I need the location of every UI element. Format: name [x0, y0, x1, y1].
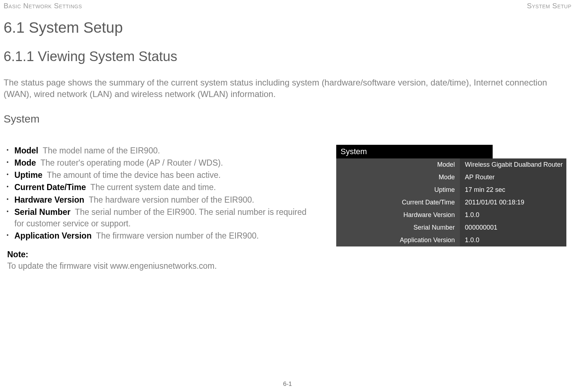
- table-row: Application Version 1.0.0: [336, 234, 566, 246]
- list-item: Application Version The firmware version…: [4, 230, 318, 241]
- note-text: To update the firmware visit www.engeniu…: [7, 260, 318, 272]
- row-value: Wireless Gigabit Dualband Router: [460, 158, 566, 171]
- intro-paragraph: The status page shows the summary of the…: [4, 77, 571, 100]
- row-value: 2011/01/01 00:18:19: [460, 196, 566, 209]
- row-value: 1.0.0: [460, 209, 566, 221]
- row-value: 000000001: [460, 221, 566, 234]
- list-item: Model The model name of the EIR900.: [4, 145, 318, 156]
- term: Current Date/Time: [14, 183, 86, 192]
- row-value: AP Router: [460, 171, 566, 184]
- note-label: Note:: [7, 249, 318, 260]
- term-desc: The firmware version number of the EIR90…: [96, 231, 259, 240]
- header-right: System Setup: [527, 2, 571, 10]
- term: Mode: [14, 158, 36, 167]
- left-column: Model The model name of the EIR900. Mode…: [4, 145, 318, 272]
- row-label: Application Version: [336, 234, 460, 246]
- right-column: System Model Wireless Gigabit Dualband R…: [336, 145, 566, 272]
- system-panel: System Model Wireless Gigabit Dualband R…: [336, 145, 566, 246]
- table-row: Uptime 17 min 22 sec: [336, 184, 566, 196]
- table-row: Model Wireless Gigabit Dualband Router: [336, 158, 566, 171]
- term-desc: The amount of time the device has been a…: [47, 170, 220, 180]
- list-item: Serial Number The serial number of the E…: [4, 206, 318, 229]
- header-left: Basic Network Settings: [4, 2, 82, 10]
- term: Hardware Version: [14, 195, 84, 204]
- term: Model: [14, 146, 38, 155]
- list-item: Uptime The amount of time the device has…: [4, 169, 318, 181]
- row-label: Hardware Version: [336, 209, 460, 221]
- list-item: Hardware Version The hardware version nu…: [4, 194, 318, 206]
- table-row: Serial Number 000000001: [336, 221, 566, 234]
- row-label: Serial Number: [336, 221, 460, 234]
- panel-title: System: [336, 145, 493, 158]
- system-subheading: System: [4, 113, 571, 125]
- table-row: Mode AP Router: [336, 171, 566, 184]
- term-desc: The hardware version number of the EIR90…: [89, 195, 254, 204]
- subsection-heading: 6.1.1 Viewing System Status: [4, 49, 571, 64]
- table-row: Hardware Version 1.0.0: [336, 209, 566, 221]
- row-value: 17 min 22 sec: [460, 184, 566, 196]
- term: Serial Number: [14, 207, 70, 217]
- section-heading: 6.1 System Setup: [4, 19, 571, 36]
- list-item: Mode The router's operating mode (AP / R…: [4, 157, 318, 169]
- row-label: Model: [336, 158, 460, 171]
- term-desc: The current system date and time.: [90, 183, 216, 192]
- note-block: Note: To update the firmware visit www.e…: [4, 249, 318, 272]
- field-description-list: Model The model name of the EIR900. Mode…: [4, 145, 318, 242]
- term: Uptime: [14, 170, 42, 180]
- page-number: 6-1: [283, 381, 292, 388]
- term-desc: The model name of the EIR900.: [43, 146, 160, 155]
- term: Application Version: [14, 231, 92, 240]
- row-value: 1.0.0: [460, 234, 566, 246]
- row-label: Uptime: [336, 184, 460, 196]
- row-label: Mode: [336, 171, 460, 184]
- term-desc: The router's operating mode (AP / Router…: [40, 158, 223, 167]
- table-row: Current Date/Time 2011/01/01 00:18:19: [336, 196, 566, 209]
- system-info-table: Model Wireless Gigabit Dualband Router M…: [336, 158, 566, 246]
- row-label: Current Date/Time: [336, 196, 460, 209]
- list-item: Current Date/Time The current system dat…: [4, 181, 318, 193]
